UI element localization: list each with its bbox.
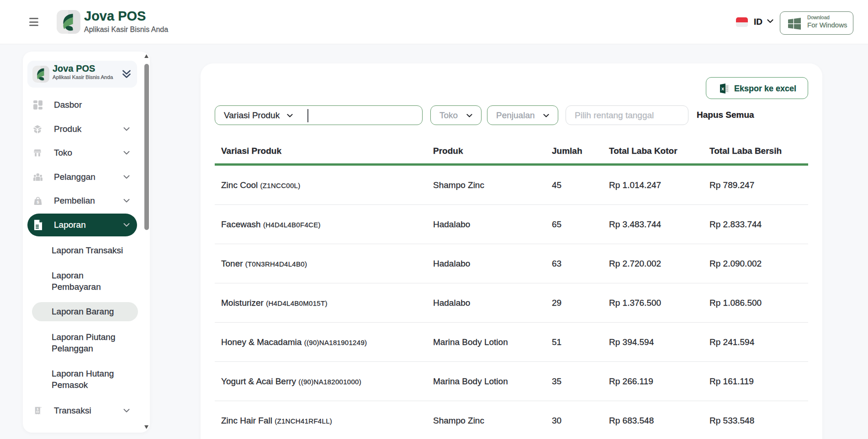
- svg-text:$: $: [37, 199, 39, 204]
- svg-text:$: $: [37, 408, 38, 411]
- svg-text:x: x: [721, 86, 725, 91]
